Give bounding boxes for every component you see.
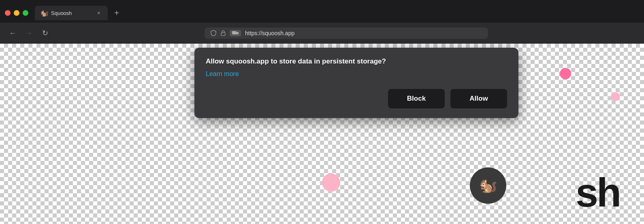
page-content: 🐿️ sh Allow squoosh.app to store data in… [0,44,644,224]
svg-rect-2 [232,31,236,33]
tab-favicon: 🐿️ [41,9,48,17]
lock-icon [220,30,226,36]
block-button[interactable]: Block [388,89,445,108]
popup-message: Allow squoosh.app to store data in persi… [206,57,507,66]
tab-bar: 🐿️ Squoosh × + [0,0,644,23]
decorative-blob-3 [322,173,340,192]
back-button[interactable]: ← [6,27,19,39]
permission-popup: Allow squoosh.app to store data in persi… [194,48,518,118]
maximize-button[interactable] [23,10,28,16]
decorative-blob-2 [611,92,620,101]
browser-chrome: 🐿️ Squoosh × + ← → ↻ [0,0,644,44]
new-tab-button[interactable]: + [111,7,122,19]
url-display[interactable]: https://squoosh.app [245,30,482,36]
popup-buttons: Block Allow [206,89,507,108]
svg-rect-0 [221,33,225,36]
address-bar[interactable]: https://squoosh.app [205,27,488,39]
tab-title: Squoosh [51,10,92,16]
allow-button[interactable]: Allow [450,89,507,108]
tab-close-button[interactable]: × [96,9,102,17]
address-bar-row: ← → ↻ [0,23,644,44]
squoosh-brand-text: sh [576,169,620,216]
close-button[interactable] [5,10,11,16]
address-bar-icons [210,30,241,36]
forward-button[interactable]: → [23,27,35,39]
browser-tab[interactable]: 🐿️ Squoosh × [35,6,108,20]
learn-more-link[interactable]: Learn more [206,70,239,78]
page-info-icon[interactable] [230,30,241,36]
reload-button[interactable]: ↻ [39,27,51,39]
minimize-button[interactable] [14,10,19,16]
squoosh-logo: 🐿️ [470,167,506,204]
shield-icon [210,30,217,36]
decorative-blob-1 [560,68,571,79]
traffic-lights [5,10,28,16]
